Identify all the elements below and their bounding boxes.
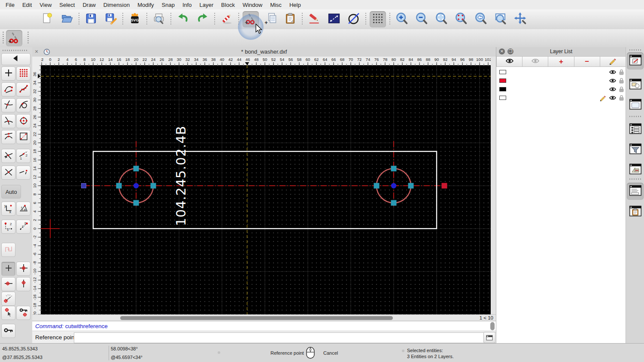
copy-with-reference-button[interactable]: + — [262, 11, 279, 27]
menu-select[interactable]: Select — [55, 2, 79, 8]
back-button[interactable] — [1, 53, 30, 65]
dock-handle[interactable] — [629, 49, 641, 51]
block-list-dock-button[interactable] — [627, 76, 644, 94]
menu-misc[interactable]: Misc — [266, 2, 286, 8]
snap-on-entity-button[interactable] — [16, 82, 30, 97]
selection-filter-dock-button[interactable] — [627, 141, 644, 158]
center-handle[interactable] — [391, 183, 396, 188]
layer-color-swatch[interactable] — [499, 96, 506, 100]
property-editor-dock-button[interactable] — [627, 121, 644, 138]
layer-lock-icon[interactable] — [618, 69, 625, 77]
menu-help[interactable]: Help — [286, 2, 305, 8]
snap-endpoints-button[interactable] — [1, 82, 15, 97]
part-number-text[interactable]: 104.245.02.4B — [173, 126, 188, 226]
zoom-pan-button[interactable] — [512, 11, 529, 27]
relative-zero-key-button[interactable] — [1, 324, 15, 338]
layer-row-center[interactable] — [496, 76, 626, 85]
hide-all-layers-button[interactable] — [522, 56, 548, 67]
library-browser-dock-button[interactable] — [627, 161, 644, 178]
snap-auto-intersection-button[interactable] — [1, 149, 15, 163]
command-window-toggle-button[interactable] — [483, 332, 495, 343]
command-input[interactable] — [74, 332, 516, 343]
zoom-window-button[interactable] — [492, 11, 509, 27]
menu-draw[interactable]: Draw — [79, 2, 99, 8]
drawing-canvas[interactable]: 104.245.02.4B — [41, 65, 491, 314]
cut-with-reference-tool-button[interactable]: + — [6, 30, 22, 46]
menu-block[interactable]: Block — [217, 2, 239, 8]
layer-lock-icon[interactable] — [618, 77, 625, 85]
layer-row-visible[interactable] — [496, 94, 626, 102]
menu-file[interactable]: File — [0, 2, 18, 8]
snap-intersection-button[interactable] — [1, 114, 15, 128]
command-line-dock-button[interactable] — [627, 183, 644, 200]
show-all-layers-button[interactable] — [496, 56, 522, 67]
reference-handle[interactable] — [408, 183, 414, 189]
zoom-out-button[interactable] — [413, 11, 430, 27]
view-list-dock-button[interactable] — [627, 97, 644, 114]
reference-handle[interactable] — [151, 183, 156, 189]
new-document-button[interactable] — [39, 11, 55, 27]
save-button[interactable] — [83, 11, 99, 27]
clipboard-dock-button[interactable] — [627, 203, 644, 220]
layer-list-dock-button[interactable] — [627, 52, 644, 69]
menu-layer[interactable]: Layer — [196, 2, 218, 8]
centerline-start-handle[interactable] — [82, 184, 86, 188]
save-as-button[interactable] — [103, 11, 119, 27]
layer-lock-icon[interactable] — [618, 94, 625, 103]
menu-modify[interactable]: Modify — [134, 2, 158, 8]
remove-layer-button[interactable]: − — [574, 56, 600, 67]
snap-center-button[interactable] — [16, 114, 30, 128]
paste-button[interactable] — [282, 11, 298, 27]
reference-handle[interactable] — [374, 183, 380, 189]
layer-color-swatch[interactable] — [499, 87, 506, 91]
restrict-vertical-button[interactable] — [16, 277, 30, 291]
undo-button[interactable] — [175, 11, 191, 27]
menu-edit[interactable]: Edit — [18, 2, 36, 8]
lock-relative-zero-button[interactable] — [16, 306, 30, 320]
modify-circle-button[interactable] — [346, 11, 362, 27]
redo-button[interactable] — [194, 11, 211, 27]
centerline-end-handle[interactable] — [442, 183, 447, 189]
draw-pencil-button[interactable] — [306, 11, 322, 27]
snap-free-button[interactable] — [1, 66, 15, 81]
horizontal-scrollbar-track[interactable]: 1 < 10 — [32, 314, 496, 321]
menu-snap[interactable]: Snap — [158, 2, 179, 8]
snap-perpendicular-button[interactable] — [1, 98, 15, 112]
menu-window[interactable]: Window — [239, 2, 266, 8]
snap-cross-button[interactable] — [1, 166, 15, 180]
snap-intersection-manual-button[interactable]: 12 — [16, 149, 30, 163]
restrict-orthogonal-button[interactable] — [16, 262, 30, 276]
restrict-off-button[interactable] — [1, 262, 15, 276]
zoom-selection-button[interactable] — [453, 11, 469, 27]
print-preview-button[interactable] — [151, 11, 167, 27]
menu-info[interactable]: Info — [179, 2, 196, 8]
menu-view[interactable]: View — [36, 2, 55, 8]
layer-row-0[interactable] — [496, 68, 626, 76]
relative-polar-button[interactable]: 12 — [16, 220, 30, 234]
dimension-button[interactable] — [326, 11, 342, 27]
reference-handle[interactable] — [391, 166, 397, 172]
erase-button[interactable] — [219, 11, 235, 27]
restrict-horizontal-button[interactable] — [1, 277, 15, 291]
layer-visibility-eye-icon[interactable] — [609, 78, 617, 85]
snap-angle-button[interactable] — [1, 292, 15, 306]
reference-handle[interactable] — [116, 183, 122, 189]
snap-grid-button[interactable] — [16, 66, 30, 81]
snap-distance-button[interactable] — [16, 166, 30, 180]
layer-color-swatch[interactable] — [499, 78, 506, 83]
cut-with-reference-button[interactable]: + — [243, 11, 259, 27]
snap-tangential-button[interactable] — [16, 98, 30, 112]
snap-panel-handle[interactable] — [3, 50, 28, 51]
reference-handle[interactable] — [134, 200, 139, 206]
command-history-scrollbar[interactable] — [490, 322, 495, 330]
reference-handle[interactable] — [134, 166, 139, 172]
vertical-scrollbar-track[interactable] — [491, 57, 496, 321]
open-file-button[interactable] — [59, 11, 75, 27]
relative-cartesian-button[interactable]: 12 — [1, 220, 15, 234]
auto-button[interactable]: Auto — [1, 185, 21, 199]
toolbar-handle[interactable] — [27, 32, 29, 45]
edit-layer-button[interactable] — [600, 56, 626, 67]
layer-visibility-eye-icon[interactable] — [609, 95, 617, 102]
svg-export-button[interactable]: SVG — [127, 11, 143, 27]
layer-color-swatch[interactable] — [499, 70, 506, 74]
